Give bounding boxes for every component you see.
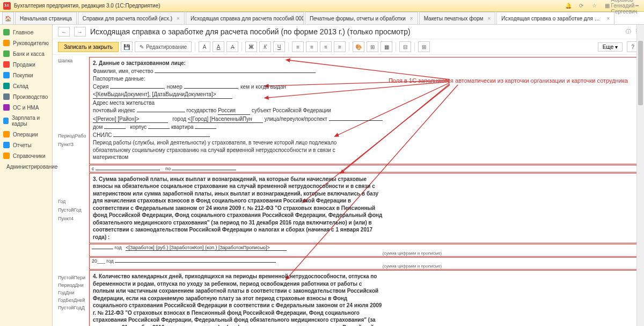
field-number[interactable]: [184, 88, 238, 89]
field-fio[interactable]: [155, 73, 316, 73]
label: 20___: [92, 258, 105, 264]
field-state[interactable]: Россия: [218, 107, 250, 115]
sidebar-item[interactable]: Руководителю: [0, 38, 52, 48]
sidebar-item[interactable]: Склад: [0, 81, 52, 91]
tab-spravki[interactable]: Справки для расчета пособий (исх.)×: [78, 12, 185, 24]
nav-back-button[interactable]: ←: [58, 27, 70, 37]
sidebar-label: Главное: [13, 30, 33, 35]
italic-button[interactable]: К: [259, 41, 271, 52]
close-icon[interactable]: ×: [606, 16, 610, 21]
list-button[interactable]: ⊞: [418, 41, 430, 52]
label: Серия: [93, 84, 108, 90]
sidebar-label: Покупки: [13, 73, 33, 78]
field-snils[interactable]: [113, 136, 210, 137]
font-button[interactable]: A: [199, 41, 210, 52]
separator: [195, 42, 195, 51]
bank-icon: [3, 50, 10, 57]
save-close-button[interactable]: Записать и закрыть: [58, 42, 119, 52]
tab-current[interactable]: Исходящая справка о заработке для расчет…: [496, 12, 614, 24]
field-empty[interactable]: [115, 262, 276, 263]
field-street[interactable]: [329, 120, 383, 121]
sidebar-item[interactable]: Справочники: [0, 150, 52, 161]
more-label: Еще: [603, 44, 613, 50]
field-index[interactable]: [137, 112, 185, 112]
close-icon[interactable]: ×: [487, 16, 491, 21]
label: город: [172, 116, 186, 122]
field-korpus[interactable]: [148, 128, 170, 129]
main-panel: ← → Исходящая справка о заработке для ра…: [53, 25, 644, 326]
field-zarab[interactable]: <[Заработок] (руб.) [ЗаработокКоп] (коп.…: [126, 245, 287, 251]
row-label: Пункт4: [58, 215, 89, 274]
label: по: [165, 166, 171, 171]
field-year[interactable]: [92, 249, 113, 249]
label: СНИЛС: [93, 132, 112, 138]
field-to[interactable]: [172, 170, 236, 170]
user-label[interactable]: Абрамов Геннадий Сергеевич: [620, 2, 628, 10]
tab-label: Справки для расчета пособий (исх.): [83, 16, 172, 21]
font-button[interactable]: A: [213, 41, 224, 52]
field-flat[interactable]: [195, 128, 216, 129]
save-button[interactable]: 💾: [121, 41, 133, 52]
align-right-button[interactable]: ≡: [320, 41, 332, 52]
sidebar-label: Склад: [13, 83, 28, 89]
bold-button[interactable]: Ж: [245, 41, 257, 52]
sidebar-label: Продажи: [13, 62, 35, 68]
sidebar-item-main[interactable]: Главное: [0, 27, 52, 38]
sidebar-item[interactable]: Покупки: [0, 70, 52, 81]
border-button[interactable]: ⊞: [367, 41, 378, 52]
info-icon[interactable]: ⓘ: [626, 28, 631, 35]
sidebar-item[interactable]: ОС и НМА: [0, 102, 52, 113]
sidebar-item[interactable]: Операции: [0, 129, 52, 140]
sec2-title: 2. Данные о застрахованном лице:: [93, 60, 635, 67]
tab-print[interactable]: Печатные формы, отчеты и обработки×: [305, 12, 418, 24]
sidebar-item[interactable]: Продажи: [0, 59, 52, 70]
label: год: [115, 245, 122, 250]
tab-start-page[interactable]: Начальная страница: [15, 12, 77, 24]
close-icon[interactable]: ×: [410, 16, 413, 21]
sidebar-item[interactable]: Зарплата и кадры: [0, 113, 52, 129]
tab-home[interactable]: 🏠: [2, 12, 14, 24]
close-icon[interactable]: ×: [177, 16, 180, 21]
field-city[interactable]: <[Город] [НаселенныйПун: [188, 115, 263, 124]
bag-icon: [3, 72, 10, 78]
separator: [241, 42, 242, 51]
tab-doc[interactable]: Исходящая справка для расчета пособий 00…: [186, 12, 304, 24]
color-button[interactable]: 🎨: [353, 41, 364, 52]
sidebar-item[interactable]: Отчеты: [0, 140, 52, 150]
tab-templates[interactable]: Макеты печатных форм×: [419, 12, 496, 24]
field-region[interactable]: <[Регион] [Район]>: [93, 115, 168, 124]
more-button[interactable]: Еще ▾: [598, 42, 623, 52]
star-icon[interactable]: ☆: [590, 2, 598, 10]
vertical-scrollbar[interactable]: [636, 25, 644, 326]
sidebar-item[interactable]: Администрирование: [0, 161, 52, 172]
field-house[interactable]: [104, 128, 126, 129]
bell-icon[interactable]: 🔔: [565, 2, 572, 10]
sidebar-item[interactable]: Производство: [0, 91, 52, 102]
scrollbar-thumb[interactable]: [638, 41, 643, 105]
font-button[interactable]: A̶: [226, 41, 238, 52]
field-series[interactable]: [110, 88, 164, 89]
align-center-button[interactable]: ≡: [306, 41, 318, 52]
window-titlebar: Бухгалтерия предприятия, редакция 3.0 (1…: [0, 0, 644, 12]
underline-button[interactable]: Ч: [273, 41, 285, 52]
separator: [414, 42, 415, 51]
field-from[interactable]: [96, 170, 160, 170]
field-issued[interactable]: <[КемВыданДокумент], [ДатаВыдачиДокумент…: [93, 91, 232, 99]
nav-fwd-button[interactable]: →: [74, 27, 86, 37]
border-button[interactable]: ▦: [380, 41, 392, 52]
sidebar-item[interactable]: Банк и касса: [0, 48, 52, 59]
document-content[interactable]: Поля в 1С заполняются автоматически из к…: [53, 55, 644, 326]
edit-button[interactable]: ✎ Редактирование: [135, 41, 192, 52]
align-justify-button[interactable]: ≡: [334, 41, 346, 52]
cart-icon: [3, 61, 10, 68]
factory-icon: [3, 93, 10, 100]
toolbar: Записать и закрыть 💾 ✎ Редактирование A …: [53, 39, 644, 55]
minimize-icon[interactable]: ━: [633, 2, 641, 10]
align-left-button[interactable]: ≡: [292, 41, 304, 52]
history-icon[interactable]: ⟳: [577, 2, 585, 10]
person-icon: [3, 40, 10, 46]
page-title: Исходящая справка о заработке для расчет…: [90, 27, 411, 36]
merge-button[interactable]: ⊟: [399, 41, 411, 52]
tab-label: Начальная страница: [20, 16, 72, 21]
grid-icon[interactable]: ▦: [603, 2, 611, 10]
